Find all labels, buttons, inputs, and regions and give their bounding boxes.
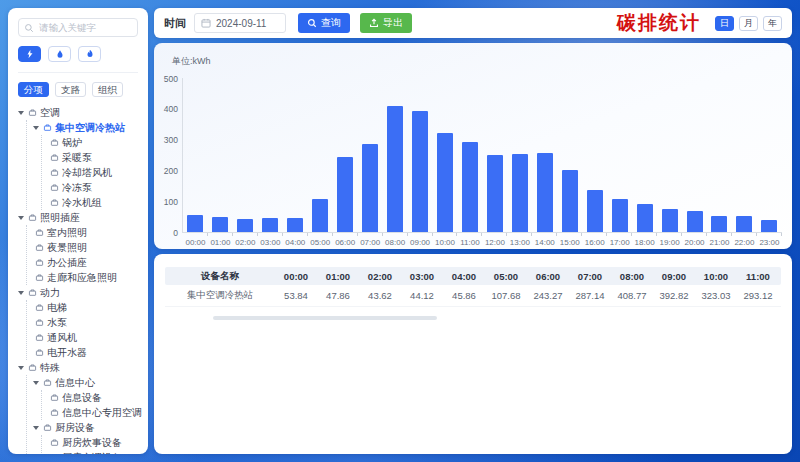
table-header-hour: 04:00 — [443, 267, 485, 285]
bar-22:00[interactable] — [736, 216, 752, 232]
water-button[interactable] — [48, 46, 71, 62]
tree-item[interactable]: 冷冻泵 — [48, 180, 138, 195]
table-header-hour: 01:00 — [317, 267, 359, 285]
tab-分项[interactable]: 分项 — [18, 82, 49, 97]
bar-09:00[interactable] — [412, 111, 428, 232]
bar-19:00[interactable] — [662, 209, 678, 232]
bar-03:00[interactable] — [262, 218, 278, 232]
tree-item[interactable]: 厨房设备 — [33, 420, 138, 435]
device-tree: 空调集中空调冷热站锅炉采暖泵冷却塔风机冷冻泵冷水机组照明插座室内照明夜景照明办公… — [18, 105, 138, 454]
bar-12:00[interactable] — [487, 155, 503, 232]
tree-children: 信息设备信息中心专用空调 — [41, 390, 138, 420]
tree-item[interactable]: 照明插座 — [18, 210, 138, 225]
tree-item-label: 电梯 — [47, 301, 67, 315]
tree-item[interactable]: 采暖泵 — [48, 150, 138, 165]
search-box — [18, 18, 138, 37]
bar-10:00[interactable] — [437, 133, 453, 233]
tree-item[interactable]: 冷却塔风机 — [48, 165, 138, 180]
device-icon — [43, 378, 52, 387]
tree-item[interactable]: 厨房空调设备 — [48, 450, 138, 454]
bar-14:00[interactable] — [537, 153, 553, 233]
export-button[interactable]: 导出 — [360, 13, 412, 33]
device-icon — [35, 333, 44, 342]
sidebar: 分项支路组织 空调集中空调冷热站锅炉采暖泵冷却塔风机冷冻泵冷水机组照明插座室内照… — [8, 8, 148, 454]
bar-04:00[interactable] — [287, 218, 303, 232]
device-icon — [35, 348, 44, 357]
bolt-icon — [25, 49, 35, 59]
bar-02:00[interactable] — [237, 219, 253, 232]
bar-07:00[interactable] — [362, 144, 378, 232]
bar-18:00[interactable] — [637, 204, 653, 232]
bar-08:00[interactable] — [387, 106, 403, 232]
table-cell-value: 408.77 — [611, 285, 653, 306]
table-cell-value: 53.84 — [275, 285, 317, 306]
search-input[interactable] — [39, 19, 135, 36]
bar-01:00[interactable] — [212, 217, 228, 232]
electricity-button[interactable] — [18, 46, 41, 62]
y-tick-label: 0 — [156, 228, 178, 238]
gas-button[interactable] — [78, 46, 101, 62]
tree-item[interactable]: 锅炉 — [48, 135, 138, 150]
x-tick — [632, 233, 657, 236]
tree-item-label: 冷冻泵 — [62, 181, 92, 195]
horizontal-scrollbar[interactable] — [213, 316, 437, 320]
bar-16:00[interactable] — [587, 190, 603, 232]
tree-item[interactable]: 集中空调冷热站 — [33, 120, 138, 135]
bar-00:00[interactable] — [187, 215, 203, 232]
bar-06:00[interactable] — [337, 157, 353, 232]
x-tick-label: 20:00 — [682, 238, 707, 247]
bar-21:00[interactable] — [711, 216, 727, 232]
tree-item[interactable]: 室内照明 — [33, 225, 138, 240]
bar-slot — [607, 78, 632, 232]
device-icon — [28, 288, 37, 297]
tree-item[interactable]: 信息设备 — [48, 390, 138, 405]
tree-item[interactable]: 夜景照明 — [33, 240, 138, 255]
x-tick-label: 08:00 — [383, 238, 408, 247]
caret-down-icon — [33, 126, 39, 130]
tree-item[interactable]: 通风机 — [33, 330, 138, 345]
tree-item[interactable]: 特殊 — [18, 360, 138, 375]
bar-11:00[interactable] — [462, 142, 478, 232]
table-row[interactable]: 集中空调冷热站53.8447.8643.6244.1245.86107.6824… — [165, 285, 781, 307]
tree-mode-tabs: 分项支路组织 — [18, 82, 138, 97]
bar-23:00[interactable] — [761, 220, 777, 232]
bar-15:00[interactable] — [562, 170, 578, 233]
table-header-hour: 10:00 — [695, 267, 737, 285]
query-button-label: 查询 — [321, 16, 341, 30]
x-tick — [208, 233, 233, 236]
toolbar: 时间 2024-09-11 查询 导出 碳排统计 日月年 — [154, 8, 792, 38]
bar-17:00[interactable] — [612, 199, 628, 232]
range-button-月[interactable]: 月 — [739, 16, 758, 31]
tree-item[interactable]: 信息中心专用空调 — [48, 405, 138, 420]
x-tick-label: 09:00 — [408, 238, 433, 247]
bar-slot — [632, 78, 657, 232]
tree-item-label: 厨房炊事设备 — [62, 436, 122, 450]
tree-item[interactable]: 冷水机组 — [48, 195, 138, 210]
bar-slot — [283, 78, 308, 232]
table-header-hour: 08:00 — [611, 267, 653, 285]
search-icon — [24, 23, 34, 33]
x-axis-ticks — [183, 233, 782, 236]
bar-13:00[interactable] — [512, 154, 528, 233]
tab-支路[interactable]: 支路 — [55, 82, 86, 97]
tree-item[interactable]: 电梯 — [33, 300, 138, 315]
query-button[interactable]: 查询 — [298, 13, 350, 33]
tree-item[interactable]: 动力 — [18, 285, 138, 300]
tab-组织[interactable]: 组织 — [92, 82, 123, 97]
table-header-hour: 02:00 — [359, 267, 401, 285]
caret-down-icon — [18, 291, 24, 295]
date-picker[interactable]: 2024-09-11 — [194, 13, 286, 33]
tree-item[interactable]: 厨房炊事设备 — [48, 435, 138, 450]
tree-item[interactable]: 水泵 — [33, 315, 138, 330]
tree-item[interactable]: 办公插座 — [33, 255, 138, 270]
tree-item[interactable]: 电开水器 — [33, 345, 138, 360]
range-button-日[interactable]: 日 — [715, 16, 734, 31]
range-button-年[interactable]: 年 — [763, 16, 782, 31]
bar-05:00[interactable] — [312, 199, 328, 232]
bar-20:00[interactable] — [687, 211, 703, 232]
tree-item[interactable]: 走廊和应急照明 — [33, 270, 138, 285]
y-tick-label: 500 — [156, 74, 178, 84]
bar-slot — [258, 78, 283, 232]
tree-item[interactable]: 空调 — [18, 105, 138, 120]
tree-item[interactable]: 信息中心 — [33, 375, 138, 390]
